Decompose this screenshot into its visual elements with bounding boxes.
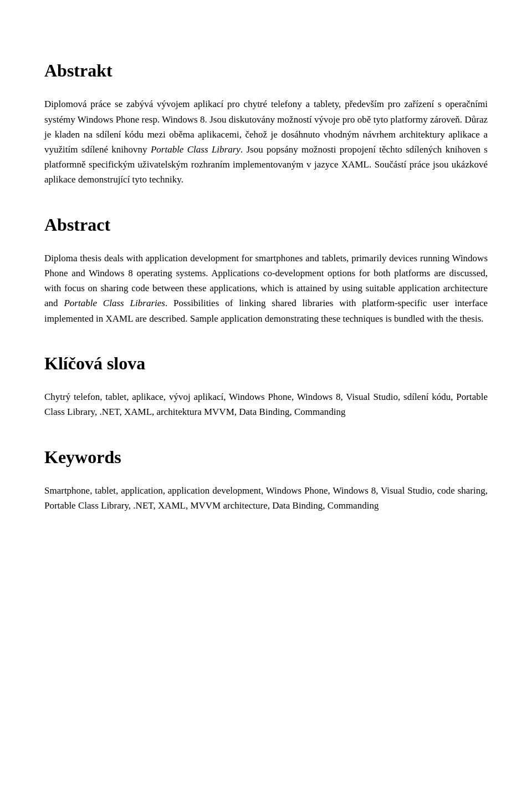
keywords-text: Smartphone, tablet, application, applica… (44, 483, 488, 513)
abstrakt-heading: Abstrakt (44, 60, 488, 81)
abstract-paragraph: Diploma thesis deals with application de… (44, 251, 488, 326)
keywords-heading: Keywords (44, 446, 488, 468)
klicova-slova-text: Chytrý telefon, tablet, aplikace, vývoj … (44, 389, 488, 419)
abstract-italic-text: Portable Class Libraries (64, 298, 165, 308)
abstract-heading: Abstract (44, 214, 488, 235)
klicova-slova-heading: Klíčová slova (44, 353, 488, 374)
abstrakt-italic-text: Portable Class Library (151, 144, 241, 155)
abstrakt-paragraph: Diplomová práce se zabývá vývojem aplika… (44, 97, 488, 187)
